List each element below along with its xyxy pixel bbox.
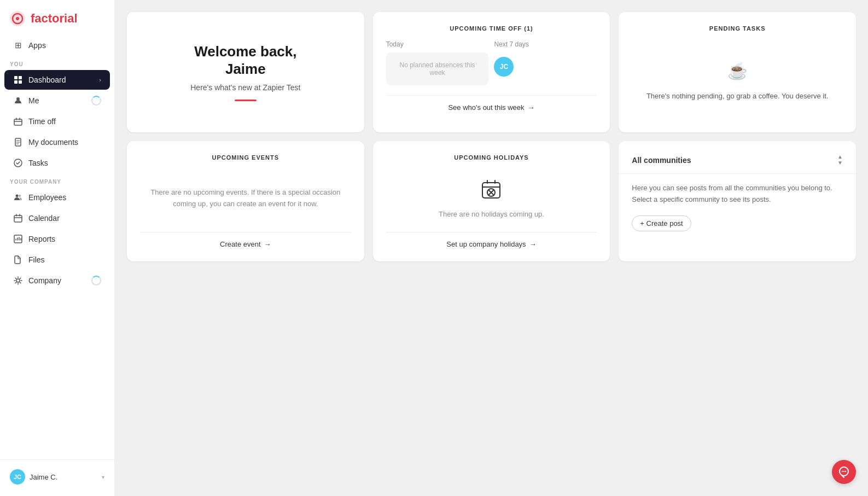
sidebar-item-label-company: Company xyxy=(28,276,61,285)
welcome-card: Welcome back,Jaime Here's what's new at … xyxy=(127,12,364,132)
events-header: UPCOMING EVENTS xyxy=(140,154,351,161)
holidays-empty: There are no holidays coming up. xyxy=(386,170,597,232)
brand-name: factorial xyxy=(31,11,78,26)
svg-point-20 xyxy=(843,471,844,472)
svg-point-21 xyxy=(845,471,846,472)
sidebar-item-reports[interactable]: Reports xyxy=(4,229,110,249)
dashboard-icon xyxy=(13,75,23,85)
upcoming-events-card: UPCOMING EVENTS There are no upcoming ev… xyxy=(127,141,364,261)
company-icon xyxy=(13,276,23,285)
svg-point-11 xyxy=(16,195,19,197)
sidebar-item-apps[interactable]: ⊞ Apps xyxy=(4,36,110,55)
svg-rect-4 xyxy=(19,76,22,79)
time-off-today-col: Today No planned absences this week xyxy=(386,40,489,85)
apps-label: Apps xyxy=(28,41,46,50)
welcome-title: Welcome back,Jaime xyxy=(194,43,296,77)
create-post-button[interactable]: + Create post xyxy=(632,215,691,231)
user-row[interactable]: JC Jaime C. ▾ xyxy=(4,465,110,488)
see-who-out-label: See who's out this week xyxy=(448,103,524,112)
dashboard-grid: Welcome back,Jaime Here's what's new at … xyxy=(127,12,856,261)
time-off-next7-col: Next 7 days JC xyxy=(494,40,597,85)
welcome-divider xyxy=(235,100,257,101)
create-event-arrow: → xyxy=(264,240,271,248)
sidebar-item-me[interactable]: Me xyxy=(4,91,110,110)
logo: factorial xyxy=(0,0,114,35)
communities-title: All communities xyxy=(632,156,691,165)
me-spinner xyxy=(91,96,101,106)
files-icon xyxy=(13,255,23,265)
time-off-columns: Today No planned absences this week Next… xyxy=(386,40,597,85)
sidebar-item-employees[interactable]: Employees xyxy=(4,188,110,207)
sidebar-item-label-my-documents: My documents xyxy=(28,138,78,147)
holidays-header: UPCOMING HOLIDAYS xyxy=(386,154,597,161)
time-off-header: UPCOMING TIME OFF (1) xyxy=(386,25,597,32)
sidebar-bottom: JC Jaime C. ▾ xyxy=(0,459,114,496)
time-off-avatar: JC xyxy=(494,57,514,77)
welcome-subtitle: Here's what's new at Zapier Test xyxy=(190,83,300,92)
holidays-empty-message: There are no holidays coming up. xyxy=(439,210,544,218)
sidebar-item-label-time-off: Time off xyxy=(28,117,56,126)
communities-header-row: All communities ▲ ▼ xyxy=(632,154,843,166)
sidebar-item-label-dashboard: Dashboard xyxy=(28,75,66,84)
setup-holidays-arrow: → xyxy=(529,240,537,248)
communities-divider xyxy=(619,173,856,174)
chevron-down-icon: ▼ xyxy=(837,160,843,166)
svg-point-15 xyxy=(16,279,20,282)
user-name: Jaime C. xyxy=(30,473,57,481)
sidebar: factorial ⊞ Apps YOU Dashboard › Me Time… xyxy=(0,0,115,496)
sidebar-item-label-files: Files xyxy=(28,255,45,264)
sidebar-item-my-documents[interactable]: My documents xyxy=(4,132,110,152)
sidebar-item-dashboard[interactable]: Dashboard › xyxy=(4,70,110,90)
chevron-up-icon: ▲ xyxy=(837,154,843,160)
create-event-link[interactable]: Create event → xyxy=(140,232,351,248)
tasks-icon xyxy=(13,158,23,168)
pending-tasks-card: PENDING TASKS ☕ There's nothing pending,… xyxy=(619,12,856,132)
pending-tasks-header: PENDING TASKS xyxy=(632,25,843,32)
today-label: Today xyxy=(386,40,489,48)
coffee-icon: ☕ xyxy=(727,59,748,83)
setup-holidays-link[interactable]: Set up company holidays → xyxy=(386,232,597,248)
reports-icon xyxy=(13,234,23,244)
upcoming-time-off-card: UPCOMING TIME OFF (1) Today No planned a… xyxy=(373,12,610,132)
svg-rect-6 xyxy=(19,80,22,84)
employees-icon xyxy=(13,192,23,202)
create-event-label: Create event xyxy=(220,240,260,248)
chat-icon xyxy=(838,466,850,478)
calendar-icon xyxy=(13,213,23,223)
section-your-company: YOUR COMPANY xyxy=(0,173,114,187)
svg-rect-5 xyxy=(14,80,18,84)
company-spinner xyxy=(91,276,101,285)
user-chevron-icon: ▾ xyxy=(102,474,104,480)
see-who-out-link[interactable]: See who's out this week → xyxy=(386,95,597,112)
svg-point-19 xyxy=(842,471,843,472)
svg-rect-3 xyxy=(14,76,18,79)
pending-tasks-message: There's nothing pending, go grab a coffe… xyxy=(646,91,829,102)
sidebar-item-files[interactable]: Files xyxy=(4,250,110,270)
communities-chevrons[interactable]: ▲ ▼ xyxy=(837,154,843,166)
svg-point-2 xyxy=(16,17,19,20)
communities-card: All communities ▲ ▼ Here you can see pos… xyxy=(619,141,856,261)
today-empty: No planned absences this week xyxy=(386,52,489,85)
sidebar-item-label-tasks: Tasks xyxy=(28,159,48,167)
sidebar-item-tasks[interactable]: Tasks xyxy=(4,153,110,173)
my-documents-icon xyxy=(13,137,23,147)
svg-rect-16 xyxy=(482,183,500,198)
sidebar-item-company[interactable]: Company xyxy=(4,271,110,290)
pending-tasks-empty: ☕ There's nothing pending, go grab a cof… xyxy=(632,40,843,119)
user-avatar: JC xyxy=(10,469,25,485)
setup-holidays-label: Set up company holidays xyxy=(446,240,526,248)
sidebar-item-time-off[interactable]: Time off xyxy=(4,112,110,131)
apps-icon: ⊞ xyxy=(13,40,23,50)
see-who-out-arrow: → xyxy=(528,103,535,112)
svg-rect-13 xyxy=(14,215,22,222)
chat-fab-button[interactable] xyxy=(832,460,856,484)
communities-body: Here you can see posts from all the comm… xyxy=(632,183,843,206)
sidebar-item-label-me: Me xyxy=(28,96,39,105)
svg-point-12 xyxy=(19,195,21,197)
sidebar-item-label-employees: Employees xyxy=(28,193,66,202)
sidebar-item-label-reports: Reports xyxy=(28,235,55,243)
sidebar-item-calendar[interactable]: Calendar xyxy=(4,208,110,228)
time-off-icon xyxy=(13,116,23,126)
calendar-no-icon xyxy=(480,178,502,205)
main-content: Welcome back,Jaime Here's what's new at … xyxy=(115,0,868,496)
